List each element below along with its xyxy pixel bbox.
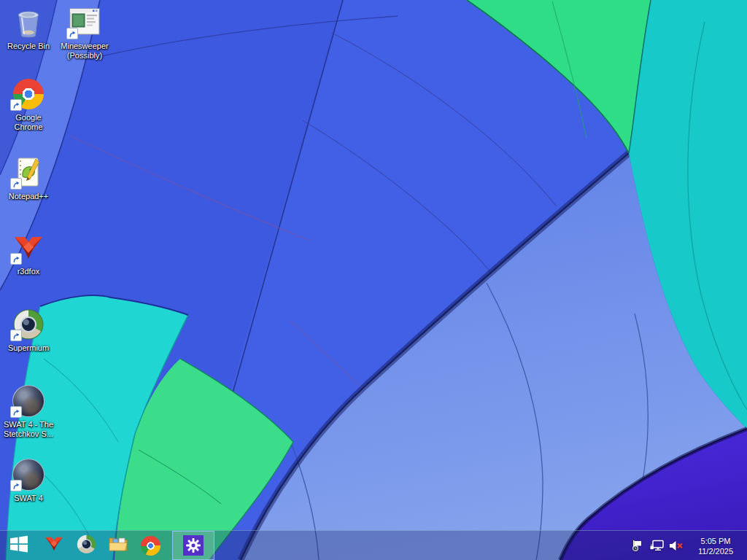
clock-time: 5:05 PM	[690, 536, 741, 546]
desktop-icon-recycle-bin[interactable]: Recycle Bin	[2, 4, 55, 51]
icon-label: Supermium	[8, 343, 49, 353]
network-ethernet-icon[interactable]	[649, 537, 664, 553]
swat4-game-icon	[11, 456, 46, 493]
icon-label: Google Chrome	[2, 113, 55, 132]
volume-muted-icon[interactable]	[669, 537, 684, 553]
shortcut-arrow-icon	[10, 178, 22, 190]
taskbar-item-google-chrome[interactable]	[134, 531, 166, 560]
google-chrome-icon	[11, 76, 46, 112]
gear-icon	[185, 537, 201, 553]
notepad-plus-plus-icon	[11, 155, 46, 191]
icon-label: Notepad++	[9, 192, 48, 201]
shortcut-arrow-icon	[10, 99, 22, 111]
minesweeper-window-icon	[67, 4, 102, 41]
shortcut-arrow-icon	[66, 28, 78, 39]
desktop-icon-r3dfox[interactable]: r3dfox	[2, 230, 55, 276]
desktop-icon-google-chrome[interactable]: Google Chrome	[2, 76, 55, 132]
taskbar-clock[interactable]: 5:05 PM 11/2/2025	[689, 534, 743, 556]
action-center-flag-icon[interactable]	[630, 537, 644, 553]
desktop: Recycle Bin Minesweeper (Possibly)	[0, 0, 747, 560]
icon-label: SWAT 4	[14, 494, 43, 503]
r3dfox-icon	[44, 534, 64, 556]
clock-date: 11/2/2025	[690, 546, 741, 556]
settings-app-tile	[183, 535, 204, 556]
icon-label: Minesweeper (Possibly)	[58, 42, 111, 61]
windows-logo-icon	[9, 534, 28, 556]
supermium-icon	[11, 306, 46, 343]
desktop-icon-supermium[interactable]: Supermium	[2, 306, 55, 353]
taskbar-item-r3dfox[interactable]	[38, 531, 70, 560]
shortcut-arrow-icon	[10, 330, 22, 341]
desktop-icon-swat4[interactable]: SWAT 4	[2, 456, 55, 503]
swat4-game-icon	[11, 383, 46, 419]
file-explorer-icon	[108, 535, 128, 556]
start-button[interactable]	[0, 531, 38, 560]
icon-label: SWAT 4 - The Stetchkov S...	[2, 420, 55, 439]
taskbar-item-settings-active[interactable]	[172, 531, 214, 560]
google-chrome-icon	[141, 536, 160, 556]
recycle-bin-icon	[11, 4, 46, 41]
icon-label: Recycle Bin	[7, 42, 50, 51]
shortcut-arrow-icon	[10, 253, 22, 265]
r3dfox-icon	[11, 230, 46, 266]
system-tray: 5:05 PM 11/2/2025	[630, 534, 747, 556]
shortcut-arrow-icon	[10, 406, 22, 418]
desktop-icon-notepad-plus-plus[interactable]: Notepad++	[2, 155, 55, 201]
desktop-wallpaper[interactable]	[0, 0, 747, 560]
icon-label: r3dfox	[18, 267, 40, 276]
taskbar-item-file-explorer[interactable]	[102, 531, 134, 560]
desktop-icon-minesweeper[interactable]: Minesweeper (Possibly)	[58, 4, 111, 61]
taskbar: 5:05 PM 11/2/2025	[0, 530, 747, 560]
shortcut-arrow-icon	[10, 480, 22, 491]
supermium-icon	[77, 534, 96, 557]
desktop-icon-swat4-stetchkov[interactable]: SWAT 4 - The Stetchkov S...	[2, 383, 55, 439]
taskbar-item-supermium[interactable]	[70, 531, 102, 560]
